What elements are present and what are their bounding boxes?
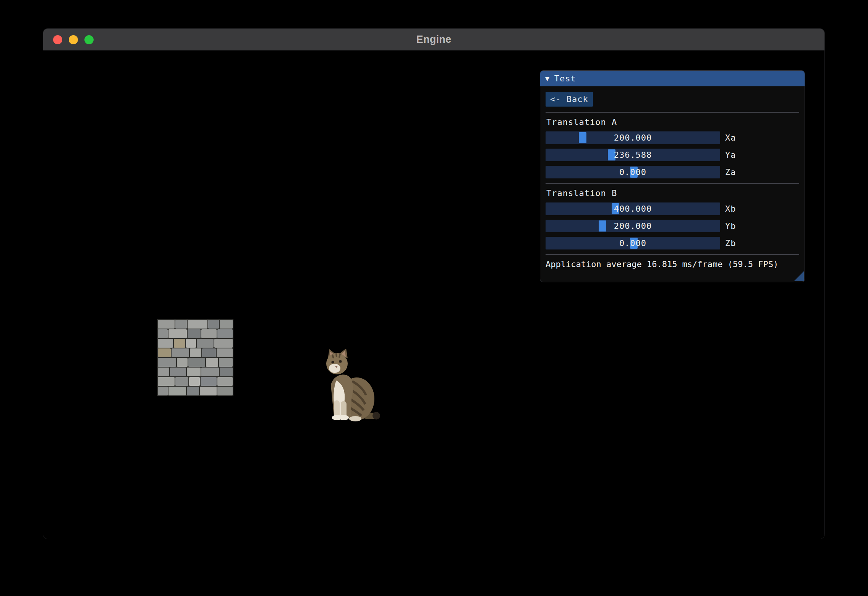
back-button[interactable]: <- Back [546, 92, 593, 107]
traffic-light-buttons [53, 29, 94, 50]
slider-yb[interactable]: 200.000 [546, 220, 720, 232]
brick-texture [157, 319, 233, 396]
slider-value: 236.588 [546, 149, 720, 161]
imgui-panel-test: ▼ Test <- Back Translation A 200.000 Xa [540, 70, 805, 282]
slider-xb[interactable]: 400.000 [546, 202, 720, 215]
separator [546, 112, 799, 113]
slider-value: 400.000 [546, 202, 720, 215]
minimize-button[interactable] [69, 35, 78, 44]
collapse-arrow-icon[interactable]: ▼ [545, 75, 549, 82]
window-title: Engine [416, 34, 452, 45]
engine-window: Engine [43, 29, 824, 539]
viewport: ▼ Test <- Back Translation A 200.000 Xa [43, 50, 824, 539]
slider-ya[interactable]: 236.588 [546, 149, 720, 161]
zoom-button[interactable] [84, 35, 94, 44]
slider-row-zb: 0.000 Zb [546, 237, 799, 249]
slider-row-ya: 236.588 Ya [546, 149, 799, 161]
separator [546, 183, 799, 184]
close-button[interactable] [53, 35, 62, 44]
slider-value: 0.000 [546, 166, 720, 178]
slider-row-yb: 200.000 Yb [546, 220, 799, 232]
panel-body: <- Back Translation A 200.000 Xa 236.588 [540, 86, 805, 269]
slider-label: Za [725, 167, 736, 177]
slider-label: Xb [725, 204, 736, 214]
resize-grip[interactable] [794, 271, 804, 281]
slider-row-xb: 400.000 Xb [546, 202, 799, 215]
slider-label: Ya [725, 150, 736, 160]
slider-label: Xa [725, 133, 736, 143]
panel-header[interactable]: ▼ Test [540, 71, 805, 86]
slider-value: 200.000 [546, 131, 720, 144]
slider-value: 0.000 [546, 237, 720, 249]
slider-row-xa: 200.000 Xa [546, 131, 799, 144]
slider-za[interactable]: 0.000 [546, 166, 720, 178]
slider-row-za: 0.000 Za [546, 166, 799, 178]
cat-sprite [314, 348, 383, 423]
slider-label: Yb [725, 221, 736, 231]
section-label-translation-a: Translation A [546, 117, 799, 127]
frame-stats-text: Application average 16.815 ms/frame (59.… [546, 259, 799, 269]
slider-xa[interactable]: 200.000 [546, 131, 720, 144]
separator [546, 254, 799, 255]
section-label-translation-b: Translation B [546, 188, 799, 198]
slider-value: 200.000 [546, 220, 720, 232]
slider-label: Zb [725, 238, 736, 248]
slider-zb[interactable]: 0.000 [546, 237, 720, 249]
window-titlebar[interactable]: Engine [43, 29, 824, 50]
panel-title: Test [554, 74, 576, 83]
